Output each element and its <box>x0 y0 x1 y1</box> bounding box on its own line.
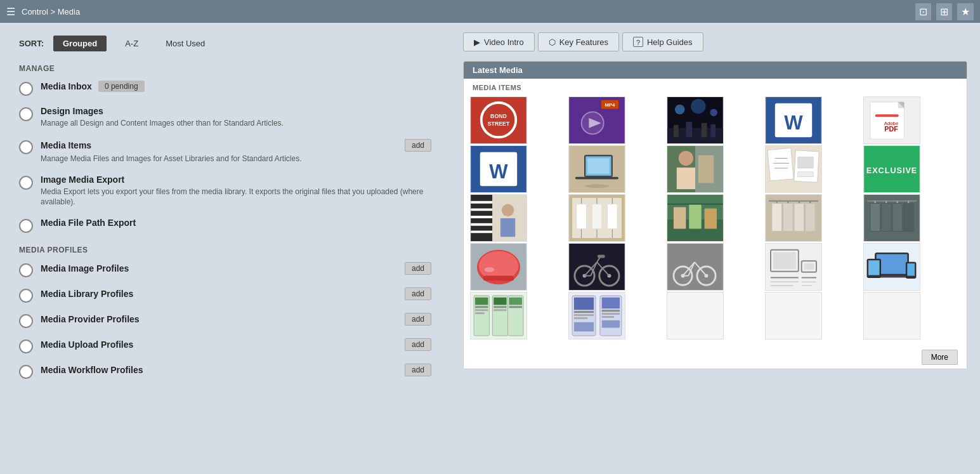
menu-item-media-items: Media Items add Manage Media Files and I… <box>19 139 431 164</box>
menu-item-upload-profiles: Media Upload Profiles add <box>19 338 431 353</box>
media-thumb-person-stripes[interactable] <box>470 194 527 242</box>
svg-rect-162 <box>574 317 587 319</box>
media-thumb-bike-helmet[interactable] <box>470 243 527 291</box>
svg-rect-143 <box>868 260 880 275</box>
media-thumb-hangers-light[interactable] <box>765 194 822 242</box>
image-profiles-title[interactable]: Media Image Profiles <box>41 263 129 273</box>
svg-text:MP4: MP4 <box>604 102 615 108</box>
svg-point-14 <box>691 99 705 114</box>
file-path-export-title[interactable]: Media File Path Export <box>41 218 136 228</box>
media-items-title[interactable]: Media Items <box>41 140 91 150</box>
design-images-icon[interactable] <box>19 107 33 121</box>
image-export-title[interactable]: Image Media Export <box>41 174 124 185</box>
library-profiles-header: Media Library Profiles add <box>41 287 431 300</box>
sort-bar: SORT: Grouped A-Z Most Used <box>19 36 431 51</box>
top-bar: ☰ Control > Media ⊡ ⊞ ★ <box>0 0 980 23</box>
tab-key-features[interactable]: ⬡ Key Features <box>538 32 619 51</box>
workflow-profiles-title[interactable]: Media Workflow Profiles <box>41 365 143 375</box>
media-thumb-bond-street[interactable]: BOND STREET <box>470 96 527 144</box>
media-thumb-bike-gray[interactable] <box>667 243 724 291</box>
media-inbox-title[interactable]: Media Inbox <box>41 81 92 91</box>
sort-label: SORT: <box>19 39 44 48</box>
svg-text:BOND: BOND <box>490 113 507 119</box>
svg-rect-167 <box>602 313 620 315</box>
provider-profiles-icon[interactable] <box>19 314 33 328</box>
media-items-add-button[interactable]: add <box>405 139 431 152</box>
svg-rect-51 <box>798 157 813 169</box>
media-thumb-laptop-desk[interactable] <box>568 145 625 193</box>
svg-point-103 <box>485 267 495 272</box>
tab-video-intro[interactable]: ▶ Video Intro <box>463 32 535 51</box>
sort-most-used[interactable]: Most Used <box>157 36 214 51</box>
media-thumb-person-shopping[interactable] <box>667 145 724 193</box>
media-thumb-bike-dark[interactable] <box>568 243 625 291</box>
grid-icon[interactable]: ⊞ <box>936 3 952 20</box>
media-thumb-hangers-dark[interactable] <box>863 194 920 242</box>
media-thumb-pdf[interactable]: PDF Adobe <box>863 96 920 144</box>
design-images-title[interactable]: Design Images <box>41 106 103 116</box>
svg-rect-70 <box>577 204 587 229</box>
workflow-profiles-add-button[interactable]: add <box>405 364 431 376</box>
svg-rect-76 <box>689 204 701 229</box>
media-thumb-media-icon[interactable] <box>765 243 822 291</box>
tab-help-guides[interactable]: ? Help Guides <box>622 32 703 51</box>
provider-profiles-title[interactable]: Media Provider Profiles <box>41 314 140 324</box>
svg-rect-44 <box>698 155 714 183</box>
image-profiles-content: Media Image Profiles add <box>41 262 431 275</box>
svg-rect-43 <box>677 168 695 189</box>
media-thumb-sketches[interactable] <box>765 145 822 193</box>
star-icon[interactable]: ★ <box>957 3 974 20</box>
more-row: More <box>464 346 967 369</box>
library-profiles-icon[interactable] <box>19 289 33 303</box>
media-thumb-laptop-mockup[interactable] <box>863 243 920 291</box>
breadcrumb: Control > Media <box>22 7 80 16</box>
svg-rect-17 <box>686 122 692 137</box>
menu-icon[interactable]: ☰ <box>6 6 15 18</box>
sort-grouped[interactable]: Grouped <box>53 36 107 51</box>
svg-rect-126 <box>773 253 796 269</box>
svg-rect-88 <box>805 204 815 232</box>
media-thumb-mp4[interactable]: MP4 MP4 <box>568 96 625 144</box>
svg-rect-98 <box>903 204 913 232</box>
left-panel: SORT: Grouped A-Z Most Used MANAGE Media… <box>0 23 450 474</box>
menu-item-provider-profiles: Media Provider Profiles add <box>19 313 431 328</box>
upload-profiles-icon[interactable] <box>19 339 33 353</box>
media-inbox-icon[interactable] <box>19 82 33 96</box>
workflow-profiles-icon[interactable] <box>19 365 33 379</box>
image-export-icon[interactable] <box>19 176 33 190</box>
media-thumb-mobile-layout-1[interactable] <box>470 292 527 339</box>
media-thumb-word-doc-2[interactable]: W <box>470 145 527 193</box>
library-profiles-add-button[interactable]: add <box>405 287 431 300</box>
file-path-export-icon[interactable] <box>19 219 33 233</box>
image-profiles-icon[interactable] <box>19 263 33 277</box>
image-profiles-add-button[interactable]: add <box>405 262 431 275</box>
svg-rect-95 <box>870 204 880 232</box>
sort-az[interactable]: A-Z <box>116 36 147 51</box>
media-grid: BOND STREET MP4 MP4 <box>464 94 967 346</box>
menu-item-workflow-profiles: Media Workflow Profiles add <box>19 364 431 379</box>
media-thumb-mobile-layout-2[interactable] <box>568 292 625 339</box>
media-inbox-badge: 0 pending <box>98 81 145 92</box>
media-thumb-concert[interactable] <box>667 96 724 144</box>
svg-rect-168 <box>602 316 614 318</box>
upload-profiles-title[interactable]: Media Upload Profiles <box>41 339 133 350</box>
upload-profiles-add-button[interactable]: add <box>405 338 431 351</box>
svg-rect-129 <box>804 263 814 270</box>
media-thumb-clothing-store[interactable] <box>667 194 724 242</box>
media-items-content: Media Items add Manage Media Files and I… <box>41 139 431 164</box>
provider-profiles-add-button[interactable]: add <box>405 313 431 326</box>
media-thumb-word-doc-1[interactable]: W <box>765 96 822 144</box>
svg-rect-36 <box>587 158 609 173</box>
svg-text:STREET: STREET <box>488 121 510 127</box>
svg-point-38 <box>585 184 610 188</box>
media-thumb-white-clothes[interactable] <box>568 194 625 242</box>
media-items-icon[interactable] <box>19 140 33 154</box>
svg-rect-72 <box>608 204 618 229</box>
monitor-icon[interactable]: ⊡ <box>915 3 931 20</box>
svg-rect-77 <box>705 208 717 228</box>
svg-rect-86 <box>783 204 793 232</box>
media-thumb-exclusive[interactable]: EXCLUSIVE <box>863 145 920 193</box>
library-profiles-title[interactable]: Media Library Profiles <box>41 289 133 299</box>
more-button[interactable]: More <box>922 350 958 365</box>
svg-rect-138 <box>877 254 908 274</box>
